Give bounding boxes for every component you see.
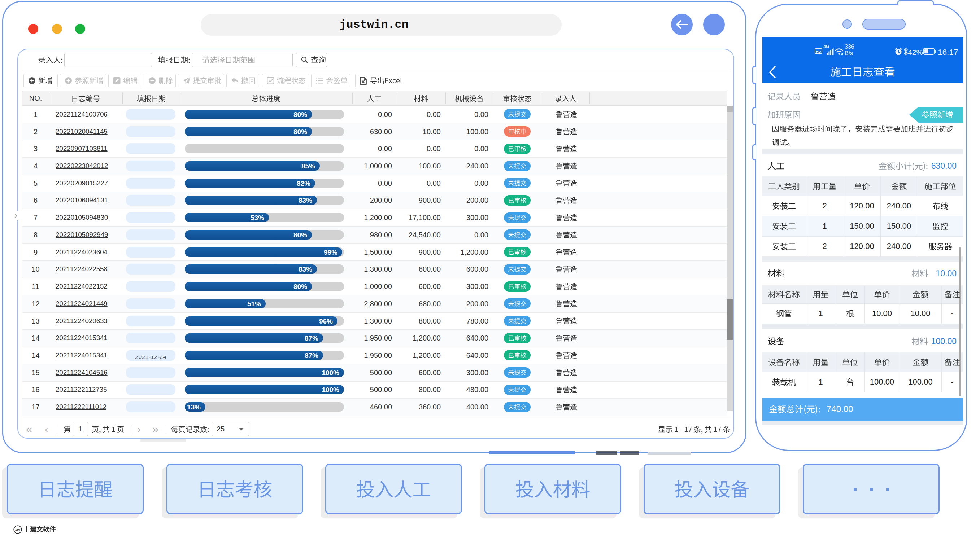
svg-text:HD: HD xyxy=(816,49,821,53)
svg-text:JW: JW xyxy=(15,528,21,532)
